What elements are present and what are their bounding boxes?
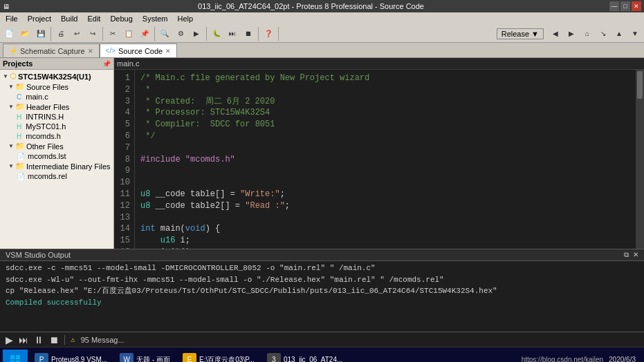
output-float-icon[interactable]: ⧉ bbox=[624, 251, 629, 259]
menu-build[interactable]: Build bbox=[57, 12, 82, 25]
nav-back[interactable]: ◀ bbox=[548, 26, 563, 41]
svg-rect-0 bbox=[10, 355, 15, 359]
menu-edit[interactable]: Edit bbox=[83, 12, 104, 25]
schematic-tab-close[interactable]: ✕ bbox=[88, 48, 93, 55]
schematic-tab-label: Schematic Capture bbox=[20, 47, 85, 55]
code-editor-text[interactable]: /* Main.c file generated by New Project … bbox=[135, 70, 636, 249]
taskbar-proteus[interactable]: P Proteus8.9 VSM... bbox=[29, 350, 113, 363]
scrollbar-thumb[interactable] bbox=[637, 71, 643, 99]
projects-panel: Projects 📌 ▼ ⬡ STC15W4K32S4(U1) ▼ 📁 Sour… bbox=[0, 58, 114, 249]
ln16: 16 bbox=[117, 247, 130, 249]
start-button[interactable] bbox=[3, 350, 28, 363]
source-tab-close[interactable]: ✕ bbox=[165, 48, 171, 55]
print-button[interactable]: 🖨 bbox=[53, 26, 68, 41]
undo-button[interactable]: ↩ bbox=[69, 26, 84, 41]
tabs-row: ⚡ Schematic Capture ✕ </> Source Code ✕ bbox=[0, 43, 644, 58]
ln7: 7 bbox=[117, 142, 130, 154]
tree-header-files[interactable]: ▼ 📁 Header Files bbox=[0, 102, 113, 112]
new-button[interactable]: 📄 bbox=[1, 26, 17, 41]
source-folder-icon: 📁 bbox=[15, 82, 25, 91]
paste-button[interactable]: 📌 bbox=[137, 26, 152, 41]
mcomds-lst-label: mcomds.lst bbox=[28, 152, 66, 160]
debug-button[interactable]: 🐛 bbox=[209, 26, 224, 41]
tree-source-files[interactable]: ▼ 📁 Source Files bbox=[0, 82, 113, 92]
tree-root[interactable]: ▼ ⬡ STC15W4K32S4(U1) bbox=[0, 71, 113, 82]
build-button[interactable]: ⚙ bbox=[173, 26, 188, 41]
013-icon: 3 bbox=[267, 353, 281, 363]
step-button2[interactable]: ⏭ bbox=[19, 334, 28, 345]
vertical-scrollbar[interactable] bbox=[636, 70, 644, 249]
tree-mystc01-h[interactable]: H MySTC01.h bbox=[0, 122, 113, 131]
ln8: 8 bbox=[117, 154, 130, 166]
output-close-icon[interactable]: ✕ bbox=[633, 251, 638, 259]
projects-label: Projects bbox=[3, 59, 33, 68]
menubar: File Project Build Edit Debug System Hel… bbox=[0, 12, 644, 25]
menu-file[interactable]: File bbox=[1, 12, 22, 25]
step-button[interactable]: ⏭ bbox=[225, 26, 240, 41]
tree-main-c[interactable]: C main.c bbox=[0, 92, 113, 102]
code-content[interactable]: 1 2 3 4 5 6 7 8 9 10 11 12 13 14 15 16 1… bbox=[114, 70, 644, 249]
titlebar-icon: 🖥 bbox=[3, 3, 12, 10]
svg-rect-1 bbox=[16, 355, 20, 359]
separator1 bbox=[50, 27, 51, 41]
taskbar-013[interactable]: 3 013_iic_06_AT24... bbox=[261, 350, 348, 363]
tree-mcomds-lst[interactable]: 📄 mcomds.lst bbox=[0, 151, 113, 161]
main-c-icon: C bbox=[17, 93, 21, 101]
mcomds-lst-icon: 📄 bbox=[17, 153, 25, 160]
release-dropdown[interactable]: Release ▼ bbox=[497, 28, 544, 39]
nav-fwd[interactable]: ▶ bbox=[564, 26, 579, 41]
maximize-button[interactable]: □ bbox=[620, 1, 630, 11]
run-button[interactable]: ▶ bbox=[189, 26, 204, 41]
copy-button[interactable]: 📋 bbox=[121, 26, 136, 41]
tree-intrins-h[interactable]: H INTRINS.H bbox=[0, 112, 113, 122]
ln6: 6 bbox=[117, 131, 130, 142]
ln5: 5 bbox=[117, 119, 130, 131]
tree-mcomds-h[interactable]: H mcomds.h bbox=[0, 131, 113, 141]
tree-intermediate-files[interactable]: ▼ 📁 Intermediate Binary Files bbox=[0, 161, 113, 171]
stop-button2[interactable]: ⏹ bbox=[49, 334, 59, 345]
cut-button[interactable]: ✂ bbox=[105, 26, 120, 41]
minimize-button[interactable]: — bbox=[609, 1, 619, 11]
ln10: 10 bbox=[117, 177, 130, 189]
root-arrow: ▼ bbox=[3, 73, 8, 79]
search-button[interactable]: 🔍 bbox=[157, 26, 172, 41]
ln1: 1 bbox=[117, 73, 130, 84]
nav-home[interactable]: ⌂ bbox=[580, 26, 595, 41]
menu-system[interactable]: System bbox=[138, 12, 172, 25]
stop-button[interactable]: ⏹ bbox=[241, 26, 256, 41]
help-btn[interactable]: ❓ bbox=[261, 26, 276, 41]
output-line-4: Compiled successfully bbox=[6, 297, 638, 309]
menu-help[interactable]: Help bbox=[174, 12, 198, 25]
output-content: sdcc.exe -c -mmcs51 --model-small -DMICR… bbox=[0, 261, 644, 332]
nav-up[interactable]: ▲ bbox=[611, 26, 627, 41]
save-button[interactable]: 💾 bbox=[33, 26, 48, 41]
output-panel: VSM Studio Output ⧉ ✕ sdcc.exe -c -mmcs5… bbox=[0, 249, 644, 332]
source-icon: </> bbox=[106, 47, 116, 55]
open-button[interactable]: 📂 bbox=[17, 26, 33, 41]
menu-debug[interactable]: Debug bbox=[106, 12, 136, 25]
titlebar-controls: — □ ✕ bbox=[609, 1, 641, 11]
tab-source[interactable]: </> Source Code ✕ bbox=[100, 44, 178, 57]
close-button[interactable]: ✕ bbox=[632, 1, 641, 11]
separator5 bbox=[258, 27, 259, 41]
ln11: 11 bbox=[117, 189, 130, 200]
pause-button[interactable]: ⏸ bbox=[34, 334, 44, 345]
separator4 bbox=[206, 27, 207, 41]
separator6 bbox=[278, 27, 279, 41]
projects-pin-icon[interactable]: 📌 bbox=[102, 60, 111, 68]
tab-schematic[interactable]: ⚡ Schematic Capture ✕ bbox=[3, 44, 100, 57]
taskbar-explorer[interactable]: E E:\百度云盘03\P... bbox=[177, 350, 260, 363]
main-c-label: main.c bbox=[26, 93, 48, 101]
projects-tree: ▼ ⬡ STC15W4K32S4(U1) ▼ 📁 Source Files C … bbox=[0, 70, 113, 249]
tree-other-files[interactable]: ▼ 📁 Other Files bbox=[0, 141, 113, 151]
code-editor: main.c 1 2 3 4 5 6 7 8 9 10 11 12 13 14 … bbox=[114, 58, 644, 249]
redo-button[interactable]: ↪ bbox=[85, 26, 100, 41]
play-button[interactable]: ▶ bbox=[6, 334, 13, 345]
code-filename: main.c bbox=[117, 59, 139, 68]
menu-project[interactable]: Project bbox=[24, 12, 55, 25]
taskbar-word[interactable]: W 无题 - 画面 bbox=[114, 350, 176, 363]
tree-mcomds-rel[interactable]: 📄 mcomds.rel bbox=[0, 171, 113, 181]
taskbar: P Proteus8.9 VSM... W 无题 - 画面 E E:\百度云盘0… bbox=[0, 347, 644, 362]
nav-dn[interactable]: ▼ bbox=[627, 26, 643, 41]
nav-end[interactable]: ↘ bbox=[596, 26, 611, 41]
